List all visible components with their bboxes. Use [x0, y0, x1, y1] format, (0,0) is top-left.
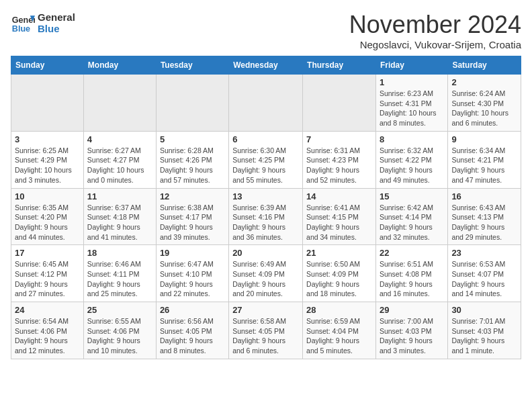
- calendar-day-cell: 12Sunrise: 6:38 AM Sunset: 4:17 PM Dayli…: [156, 188, 228, 245]
- calendar-day-cell: 23Sunrise: 6:53 AM Sunset: 4:07 PM Dayli…: [448, 245, 521, 302]
- day-info: Sunrise: 6:50 AM Sunset: 4:09 PM Dayligh…: [306, 259, 372, 299]
- calendar-day-cell: 11Sunrise: 6:37 AM Sunset: 4:18 PM Dayli…: [83, 188, 156, 245]
- location-subtitle: Negoslavci, Vukovar-Srijem, Croatia: [349, 39, 521, 50]
- calendar-day-cell: 5Sunrise: 6:28 AM Sunset: 4:26 PM Daylig…: [156, 131, 228, 188]
- day-number: 13: [232, 191, 299, 201]
- day-number: 20: [232, 248, 299, 258]
- day-number: 28: [306, 305, 372, 315]
- day-info: Sunrise: 6:49 AM Sunset: 4:09 PM Dayligh…: [232, 259, 299, 299]
- calendar-day-cell: 4Sunrise: 6:27 AM Sunset: 4:27 PM Daylig…: [83, 131, 156, 188]
- day-info: Sunrise: 6:55 AM Sunset: 4:06 PM Dayligh…: [87, 316, 152, 356]
- day-number: 12: [160, 191, 225, 201]
- calendar-day-cell: 21Sunrise: 6:50 AM Sunset: 4:09 PM Dayli…: [303, 245, 376, 302]
- calendar-day-cell: 3Sunrise: 6:25 AM Sunset: 4:29 PM Daylig…: [11, 131, 84, 188]
- calendar-day-cell: 17Sunrise: 6:45 AM Sunset: 4:12 PM Dayli…: [11, 245, 84, 302]
- calendar-day-cell: 6Sunrise: 6:30 AM Sunset: 4:25 PM Daylig…: [229, 131, 303, 188]
- calendar-day-cell: 14Sunrise: 6:41 AM Sunset: 4:15 PM Dayli…: [303, 188, 376, 245]
- day-number: 1: [380, 77, 444, 87]
- calendar-header-row: SundayMondayTuesdayWednesdayThursdayFrid…: [11, 56, 521, 75]
- day-number: 8: [380, 134, 444, 144]
- day-info: Sunrise: 6:37 AM Sunset: 4:18 PM Dayligh…: [87, 203, 152, 242]
- day-number: 15: [380, 191, 444, 201]
- day-info: Sunrise: 6:35 AM Sunset: 4:20 PM Dayligh…: [15, 203, 80, 242]
- calendar-week-row: 10Sunrise: 6:35 AM Sunset: 4:20 PM Dayli…: [11, 188, 521, 245]
- calendar-day-cell: 22Sunrise: 6:51 AM Sunset: 4:08 PM Dayli…: [375, 245, 447, 302]
- day-of-week-header: Friday: [375, 56, 447, 75]
- calendar-day-cell: 28Sunrise: 6:59 AM Sunset: 4:04 PM Dayli…: [303, 302, 376, 359]
- calendar-day-cell: 10Sunrise: 6:35 AM Sunset: 4:20 PM Dayli…: [11, 188, 84, 245]
- calendar-day-cell: 19Sunrise: 6:47 AM Sunset: 4:10 PM Dayli…: [156, 245, 228, 302]
- calendar-table: SundayMondayTuesdayWednesdayThursdayFrid…: [11, 56, 521, 359]
- day-number: 25: [87, 305, 152, 315]
- logo-line2: Blue: [38, 23, 75, 34]
- day-number: 5: [160, 134, 225, 144]
- day-number: 10: [15, 191, 80, 201]
- day-info: Sunrise: 6:32 AM Sunset: 4:22 PM Dayligh…: [380, 146, 444, 185]
- calendar-day-cell: 29Sunrise: 7:00 AM Sunset: 4:03 PM Dayli…: [375, 302, 447, 359]
- day-info: Sunrise: 6:31 AM Sunset: 4:23 PM Dayligh…: [306, 146, 372, 185]
- day-number: 14: [306, 191, 372, 201]
- day-number: 21: [306, 248, 372, 258]
- day-number: 17: [15, 248, 80, 258]
- day-info: Sunrise: 7:01 AM Sunset: 4:03 PM Dayligh…: [451, 316, 517, 356]
- day-info: Sunrise: 6:23 AM Sunset: 4:31 PM Dayligh…: [380, 89, 444, 128]
- calendar-day-cell: [156, 75, 228, 132]
- calendar-day-cell: 1Sunrise: 6:23 AM Sunset: 4:31 PM Daylig…: [375, 75, 447, 132]
- day-info: Sunrise: 6:45 AM Sunset: 4:12 PM Dayligh…: [15, 259, 80, 299]
- day-number: 23: [451, 248, 517, 258]
- day-info: Sunrise: 6:47 AM Sunset: 4:10 PM Dayligh…: [160, 259, 225, 299]
- calendar-day-cell: [83, 75, 156, 132]
- day-number: 11: [87, 191, 152, 201]
- day-info: Sunrise: 6:42 AM Sunset: 4:14 PM Dayligh…: [380, 203, 444, 242]
- calendar-week-row: 3Sunrise: 6:25 AM Sunset: 4:29 PM Daylig…: [11, 131, 521, 188]
- day-info: Sunrise: 6:59 AM Sunset: 4:04 PM Dayligh…: [306, 316, 372, 356]
- day-info: Sunrise: 6:53 AM Sunset: 4:07 PM Dayligh…: [451, 259, 517, 299]
- calendar-day-cell: 8Sunrise: 6:32 AM Sunset: 4:22 PM Daylig…: [375, 131, 447, 188]
- day-number: 6: [232, 134, 299, 144]
- calendar-day-cell: [229, 75, 303, 132]
- calendar-day-cell: 20Sunrise: 6:49 AM Sunset: 4:09 PM Dayli…: [229, 245, 303, 302]
- day-info: Sunrise: 6:56 AM Sunset: 4:05 PM Dayligh…: [160, 316, 225, 356]
- calendar-week-row: 17Sunrise: 6:45 AM Sunset: 4:12 PM Dayli…: [11, 245, 521, 302]
- svg-text:Blue: Blue: [12, 24, 30, 34]
- day-of-week-header: Thursday: [303, 56, 376, 75]
- calendar-body: 1Sunrise: 6:23 AM Sunset: 4:31 PM Daylig…: [11, 75, 521, 359]
- day-info: Sunrise: 6:34 AM Sunset: 4:21 PM Dayligh…: [451, 146, 517, 185]
- day-info: Sunrise: 6:30 AM Sunset: 4:25 PM Dayligh…: [232, 146, 299, 185]
- calendar-day-cell: 15Sunrise: 6:42 AM Sunset: 4:14 PM Dayli…: [375, 188, 447, 245]
- calendar-day-cell: 24Sunrise: 6:54 AM Sunset: 4:06 PM Dayli…: [11, 302, 84, 359]
- calendar-day-cell: 18Sunrise: 6:46 AM Sunset: 4:11 PM Dayli…: [83, 245, 156, 302]
- calendar-day-cell: [11, 75, 84, 132]
- title-area: November 2024 Negoslavci, Vukovar-Srijem…: [349, 11, 521, 50]
- logo: General Blue General Blue: [11, 11, 75, 35]
- calendar-day-cell: 27Sunrise: 6:58 AM Sunset: 4:05 PM Dayli…: [229, 302, 303, 359]
- calendar-day-cell: 7Sunrise: 6:31 AM Sunset: 4:23 PM Daylig…: [303, 131, 376, 188]
- day-number: 30: [451, 305, 517, 315]
- day-info: Sunrise: 6:51 AM Sunset: 4:08 PM Dayligh…: [380, 259, 444, 299]
- day-number: 3: [15, 134, 80, 144]
- day-number: 9: [451, 134, 517, 144]
- day-info: Sunrise: 6:28 AM Sunset: 4:26 PM Dayligh…: [160, 146, 225, 185]
- day-info: Sunrise: 6:38 AM Sunset: 4:17 PM Dayligh…: [160, 203, 225, 242]
- day-info: Sunrise: 6:58 AM Sunset: 4:05 PM Dayligh…: [232, 316, 299, 356]
- calendar-day-cell: 16Sunrise: 6:43 AM Sunset: 4:13 PM Dayli…: [448, 188, 521, 245]
- day-info: Sunrise: 7:00 AM Sunset: 4:03 PM Dayligh…: [380, 316, 444, 356]
- calendar-day-cell: 25Sunrise: 6:55 AM Sunset: 4:06 PM Dayli…: [83, 302, 156, 359]
- day-number: 2: [451, 77, 517, 87]
- day-of-week-header: Saturday: [448, 56, 521, 75]
- calendar-day-cell: 30Sunrise: 7:01 AM Sunset: 4:03 PM Dayli…: [448, 302, 521, 359]
- logo-icon: General Blue: [11, 11, 35, 35]
- logo-line1: General: [38, 11, 75, 23]
- day-info: Sunrise: 6:54 AM Sunset: 4:06 PM Dayligh…: [15, 316, 80, 356]
- day-of-week-header: Tuesday: [156, 56, 228, 75]
- day-number: 27: [232, 305, 299, 315]
- calendar-day-cell: 26Sunrise: 6:56 AM Sunset: 4:05 PM Dayli…: [156, 302, 228, 359]
- day-info: Sunrise: 6:46 AM Sunset: 4:11 PM Dayligh…: [87, 259, 152, 299]
- day-info: Sunrise: 6:41 AM Sunset: 4:15 PM Dayligh…: [306, 203, 372, 242]
- month-title: November 2024: [349, 11, 521, 39]
- day-number: 26: [160, 305, 225, 315]
- day-number: 29: [380, 305, 444, 315]
- day-number: 16: [451, 191, 517, 201]
- calendar-day-cell: 13Sunrise: 6:39 AM Sunset: 4:16 PM Dayli…: [229, 188, 303, 245]
- day-number: 7: [306, 134, 372, 144]
